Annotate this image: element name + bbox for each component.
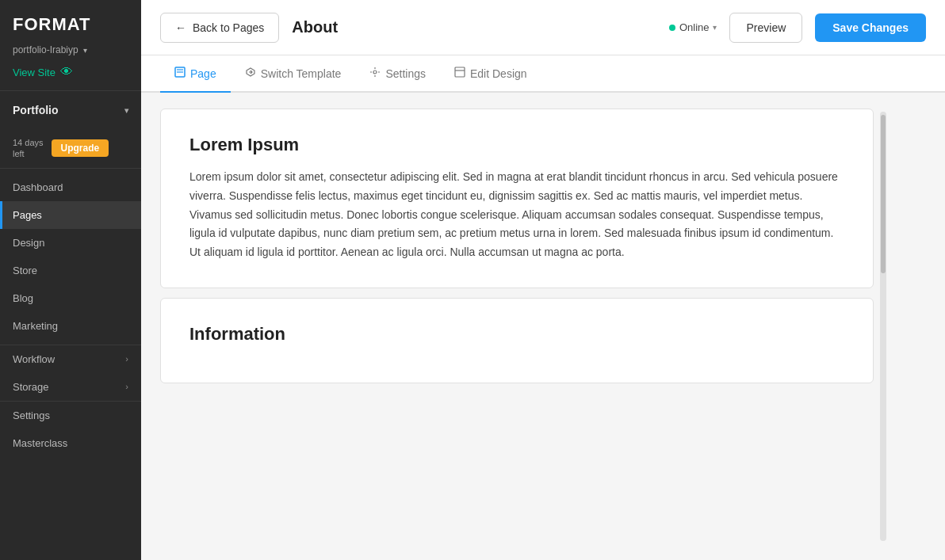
app-logo: FORMAT [13, 14, 128, 35]
page-title: About [292, 18, 656, 36]
tab-settings-label: Settings [385, 67, 426, 80]
chevron-down-icon: ▾ [124, 106, 128, 115]
sidebar-header: FORMAT [0, 0, 141, 41]
sidebar-item-pages[interactable]: Pages [0, 201, 141, 229]
view-site-row[interactable]: View Site 👁 [0, 62, 141, 90]
tab-switch-template[interactable]: Switch Template [231, 55, 356, 93]
back-arrow-icon: ← [175, 21, 186, 34]
view-site-label: View Site [13, 67, 55, 78]
days-left: 14 days left [13, 137, 44, 160]
sidebar-item-label: Settings [13, 410, 50, 421]
main-area: ← Back to Pages About Online ▾ Preview S… [141, 0, 945, 560]
tabs-bar: Page Switch Template Settings [141, 55, 945, 93]
block2-heading: Information [189, 324, 844, 345]
storage-label: Storage [13, 381, 49, 393]
workflow-label: Workflow [13, 353, 55, 365]
back-to-pages-button[interactable]: ← Back to Pages [160, 13, 279, 43]
tab-edit-design-label: Edit Design [470, 67, 527, 80]
tab-page-label: Page [190, 67, 216, 80]
sidebar-item-label: Blog [13, 292, 33, 304]
sidebar-nav: Dashboard Pages Design Store Blog Market… [0, 169, 141, 345]
tab-settings[interactable]: Settings [355, 55, 440, 93]
block1-heading: Lorem Ipsum [189, 135, 844, 155]
content-area: Lorem Ipsum Lorem ipsum dolor sit amet, … [141, 93, 945, 560]
sidebar-item-label: Masterclass [13, 437, 67, 449]
chevron-right-icon: › [125, 354, 128, 364]
chevron-down-icon: ▾ [713, 23, 717, 32]
portfolio-section-header[interactable]: Portfolio ▾ [0, 96, 141, 124]
svg-point-3 [373, 70, 377, 74]
sidebar-item-workflow[interactable]: Workflow › [0, 345, 141, 373]
sidebar-item-blog[interactable]: Blog [0, 284, 141, 312]
sidebar-item-label: Marketing [13, 320, 58, 332]
scrollbar-track[interactable] [880, 112, 886, 541]
preview-button[interactable]: Preview [729, 13, 802, 43]
online-status[interactable]: Online ▾ [669, 21, 717, 33]
sidebar-item-label: Dashboard [13, 181, 63, 193]
scrollbar-thumb[interactable] [881, 115, 886, 273]
sidebar-item-label: Pages [13, 209, 42, 221]
edit-design-icon [454, 67, 465, 80]
content-block-lorem: Lorem Ipsum Lorem ipsum dolor sit amet, … [160, 109, 874, 288]
topbar: ← Back to Pages About Online ▾ Preview S… [141, 0, 945, 55]
chevron-down-icon: ▾ [83, 46, 87, 55]
portfolio-section: Portfolio ▾ [0, 91, 141, 129]
portfolio-selector[interactable]: portfolio-Irabiyp ▾ [0, 41, 141, 62]
portfolio-name: portfolio-Irabiyp [13, 44, 78, 55]
sidebar-item-dashboard[interactable]: Dashboard [0, 173, 141, 201]
tab-page[interactable]: Page [160, 55, 231, 93]
settings-icon [369, 67, 381, 80]
online-label: Online [679, 21, 710, 33]
switch-template-icon [245, 67, 256, 80]
sidebar-item-design[interactable]: Design [0, 229, 141, 257]
eye-icon: 👁 [60, 65, 73, 79]
sidebar-item-store[interactable]: Store [0, 257, 141, 284]
content-block-information: Information [160, 298, 874, 383]
upgrade-button[interactable]: Upgrade [52, 139, 109, 157]
back-label: Back to Pages [193, 21, 264, 34]
online-dot-icon [669, 25, 675, 31]
portfolio-section-label: Portfolio [13, 104, 59, 116]
tab-edit-design[interactable]: Edit Design [440, 55, 541, 93]
sidebar-item-storage[interactable]: Storage › [0, 373, 141, 401]
chevron-right-icon: › [125, 382, 128, 391]
tab-switch-template-label: Switch Template [261, 67, 342, 80]
save-changes-button[interactable]: Save Changes [815, 13, 926, 42]
svg-rect-4 [455, 67, 465, 77]
sidebar-item-marketing[interactable]: Marketing [0, 312, 141, 340]
sidebar-item-label: Store [13, 265, 37, 276]
upgrade-row: 14 days left Upgrade [0, 129, 141, 168]
sidebar-item-masterclass[interactable]: Masterclass [0, 429, 141, 457]
page-content: Lorem Ipsum Lorem ipsum dolor sit amet, … [160, 109, 874, 544]
sidebar: FORMAT portfolio-Irabiyp ▾ View Site 👁 P… [0, 0, 141, 560]
page-icon [174, 67, 186, 80]
sidebar-item-settings[interactable]: Settings [0, 402, 141, 429]
block1-body: Lorem ipsum dolor sit amet, consectetur … [189, 168, 844, 262]
sidebar-item-label: Design [13, 237, 44, 249]
